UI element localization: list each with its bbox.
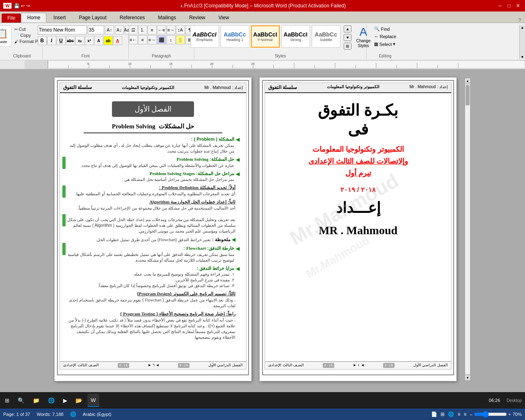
center-button[interactable]: ≡ <box>138 35 147 44</box>
tab-file[interactable]: File <box>2 14 21 23</box>
zoom-out-button[interactable]: – <box>470 412 472 417</box>
taskbar-chrome[interactable]: 🌐 <box>45 394 58 407</box>
page2-footer-right: الفصل الدراسي الأول <box>413 363 448 368</box>
cover-subtitle: الكمبيوتر وتكنولوجيا المعلومات وإلاتصالا… <box>308 144 408 179</box>
taskbar-files[interactable]: 📂 <box>72 394 86 407</box>
zoom-control: – + 70% <box>470 411 522 418</box>
align-left-button[interactable]: ≡← <box>129 35 138 44</box>
zoom-in-button[interactable]: + <box>509 412 511 417</box>
font-size-input[interactable] <box>88 25 104 34</box>
minimize-button[interactable]: – <box>496 2 504 9</box>
increase-indent-button[interactable]: ≡→ <box>167 25 176 34</box>
style-strong[interactable]: AaBbCcI Strong <box>281 25 310 48</box>
view-fullscreen[interactable]: ⊞ <box>441 411 445 417</box>
styles-big-icon: A <box>360 25 368 39</box>
tab-insert[interactable]: Insert <box>47 13 72 23</box>
subscript-button[interactable]: x₂ <box>75 36 84 45</box>
style-emphasis[interactable]: AaBbCcI Emphasis <box>190 25 219 48</box>
styles-scroll-down[interactable]: ▼ <box>344 34 352 41</box>
tab-references[interactable]: References <box>114 13 151 23</box>
bullet-note: ◀ <box>232 237 235 242</box>
font-name-input[interactable] <box>38 25 87 34</box>
bullet-flow: ◀ <box>236 245 240 252</box>
chapter-box-container: الفصل الأول <box>66 98 240 120</box>
scroll-thumb[interactable] <box>466 85 470 105</box>
tab-view[interactable]: View <box>212 13 235 23</box>
ribbon-scroll-up[interactable]: ▲ <box>520 25 524 30</box>
text-effects-button[interactable]: A <box>94 36 103 45</box>
align-right-button[interactable]: ≡→ <box>148 35 157 44</box>
view-print[interactable]: 📄 <box>431 411 437 417</box>
style-subtitle-preview: AaBbCc <box>315 31 337 38</box>
search-icon: 🔍 <box>374 26 380 32</box>
ribbon-scroll-down[interactable]: ▼ <box>520 55 524 59</box>
line-spacing-button[interactable]: ↕ <box>167 35 176 44</box>
styles-expand[interactable]: ⊞ <box>344 43 352 50</box>
scroll-up-button[interactable]: ▲ <box>465 78 470 84</box>
help-icon[interactable]: ? <box>518 18 521 23</box>
taskbar-media[interactable]: ▶ <box>60 394 71 407</box>
paragraph-group: ☰ 1. ≡ ←≡ ≡→ ↕A ¶ ≡← ≡ ≡→ ⬛ ↕ ░ ⊞ <box>129 25 194 59</box>
taskbar-explorer[interactable]: 📁 <box>30 394 43 407</box>
numbering-button[interactable]: 1. <box>138 25 147 34</box>
bold-button[interactable]: B <box>38 36 47 45</box>
taskbar-word[interactable]: W <box>87 394 99 407</box>
vertical-scrollbar[interactable]: ▲ ▼ <box>465 78 470 381</box>
styles-scroll-up[interactable]: ▲ <box>344 25 352 32</box>
taskbar-desktop-label: Desktop <box>505 398 523 403</box>
underline-button[interactable]: U <box>57 36 66 45</box>
ribbon-scrollbar[interactable]: ▲ ▼ <box>519 25 525 59</box>
svg-text:10: 10 <box>128 62 132 66</box>
search-taskbar-button[interactable]: 🔍 <box>14 394 28 407</box>
style-heading1[interactable]: AaBbCc Heading 1 <box>221 25 249 48</box>
font-color-button[interactable]: A <box>113 36 122 45</box>
svg-text:15: 15 <box>169 62 173 66</box>
decrease-font-button[interactable]: A↓ <box>115 25 124 34</box>
superscript-button[interactable]: x² <box>85 36 94 45</box>
italic-button[interactable]: I <box>47 36 56 45</box>
cover-idad: إعـــداد <box>336 199 381 217</box>
chapter-title-box: الفصل الأول <box>112 101 194 117</box>
zoom-slider[interactable] <box>474 411 507 418</box>
increase-font-button[interactable]: A↑ <box>105 25 114 34</box>
style-subtitle[interactable]: AaBbCc Subtitle <box>312 25 340 48</box>
side-dot-2 <box>62 185 66 198</box>
s1-body: يمكن تعريف المشكلة على أنها عبارة عن موق… <box>66 143 234 154</box>
section-advantages: ◀ مزايا خرائط التدفق : ١. تيسر قراءة وفه… <box>66 265 240 289</box>
start-button[interactable]: ⊞ <box>2 394 13 407</box>
tab-home[interactable]: Home <box>21 13 46 23</box>
s2-title: حل المشكلة: Problem Solving <box>176 157 234 162</box>
spd-body: ، وذلك بعد الإنتهاء من عمل خريطة التدفق … <box>66 297 235 309</box>
app-icon: W <box>3 3 11 9</box>
multilevel-button[interactable]: ≡ <box>148 25 157 34</box>
change-styles-button[interactable]: A <box>360 25 368 39</box>
s4-body: أي تحديد المعرجات المطلوبة والمدخلات الم… <box>66 191 235 197</box>
scroll-track <box>465 84 470 374</box>
view-outline[interactable]: ≡ <box>457 411 460 417</box>
language-icon: 🌐 <box>70 411 76 417</box>
justify-button[interactable]: ⬛ <box>157 35 166 44</box>
close-button[interactable]: ✕ <box>514 2 522 9</box>
style-normal[interactable]: AaBbCcI # Normal <box>251 25 280 48</box>
status-bar: Page: 1 of 37 Words: 7,188 🌐 Arabic (Egy… <box>0 409 525 420</box>
bullets-button[interactable]: ☰ <box>129 25 138 34</box>
shading-button[interactable]: ░ <box>176 35 185 44</box>
select-button[interactable]: ▦ Select▾ <box>372 41 398 48</box>
sort-button[interactable]: ↕A <box>176 25 185 34</box>
tab-page-layout[interactable]: Page Layout <box>73 13 112 23</box>
decrease-indent-button[interactable]: ←≡ <box>157 25 166 34</box>
page1-footer-year2: ٢٠١٩ <box>118 363 129 368</box>
strikethrough-button[interactable]: abc <box>66 36 75 45</box>
maximize-button[interactable]: □ <box>505 2 513 9</box>
find-button[interactable]: 🔍 Find <box>372 25 398 32</box>
tab-mailings[interactable]: Mailings <box>152 13 182 23</box>
highlight-button[interactable]: ab <box>104 36 113 45</box>
tab-review[interactable]: Review <box>183 13 211 23</box>
page1-footer-year: ٢٠١٩ <box>178 363 189 368</box>
replace-button[interactable]: ↔ Replace <box>372 33 398 40</box>
taskbar-time: 06:26 <box>486 398 504 403</box>
view-draft[interactable]: ≡ <box>463 411 466 417</box>
scroll-down-button[interactable]: ▼ <box>465 375 470 381</box>
paste-button[interactable]: 📋 Paste <box>0 25 11 47</box>
view-web[interactable]: 🌐 <box>448 411 454 417</box>
